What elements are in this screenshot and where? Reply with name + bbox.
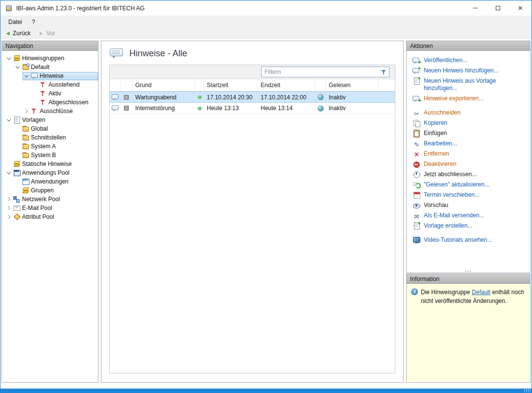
maximize-button[interactable] [486,0,509,16]
nav-item-default[interactable]: Default [2,63,98,71]
expander-expanded-icon[interactable] [6,117,12,123]
notes-icon [31,72,38,79]
action-kopieren[interactable]: Kopieren [412,118,524,128]
nav-item-netzwerk-pool[interactable]: Netzwerk Pool [2,195,98,204]
nav-item-aktiv[interactable]: Aktiv [2,89,98,98]
right-column: Aktionen Veröffentlichen... Neuen Hinwei… [406,41,531,383]
actions-overflow[interactable]: ... [407,267,530,272]
unpublished-flag-icon [124,95,129,100]
unpublished-flag-icon [124,106,129,111]
expander-expanded-icon[interactable] [15,64,21,70]
expander-collapsed-icon[interactable] [6,214,12,220]
action-als-email-versenden[interactable]: Als E-Mail versenden... [412,210,524,221]
nav-item-statische-hinweise[interactable]: Statische Hinweise [2,160,98,168]
forward-label: Vor [46,30,55,37]
nav-item-anwendungs-pool[interactable]: Anwendungs Pool [2,168,98,177]
action-termin-verschieben[interactable]: Termin verschieben... [412,190,524,200]
nav-item-system-b[interactable]: System B [2,151,98,160]
menu-help[interactable]: ? [27,17,40,27]
expander-placeholder [15,143,21,149]
copy-icon [412,119,421,127]
table-row-internetstoerung[interactable]: Internetstörung Heute 13:13 Heute 13:14 … [110,103,395,114]
video-tutorials-icon [412,236,421,244]
column-note-type[interactable] [110,79,121,91]
action-neuen-hinweis-hinzufuegen[interactable]: Neuen Hinweis hinzufügen... [412,66,524,76]
nav-item-hinweisgruppen[interactable]: Hinweisgruppen [2,54,98,63]
note-type-icon [112,94,119,101]
column-gelesen-icon[interactable] [315,79,326,91]
default-group-link[interactable]: Default [472,289,490,296]
expander-placeholder [15,135,21,140]
navigation-header: Navigation [2,41,98,51]
update-read-icon [412,181,421,188]
forward-button[interactable]: Vor [37,30,57,37]
menu-datei[interactable]: Datei [4,17,26,27]
information-header: Information [407,274,530,284]
column-grund[interactable]: Grund [132,79,195,91]
forward-arrow-icon [39,30,45,37]
action-neuen-hinweis-aus-vorlage[interactable]: Neuen Hinweis aus Vorlage hinzufügen... [412,76,524,93]
nav-item-system-a[interactable]: System A [2,142,98,151]
action-hinweise-exportieren[interactable]: Hinweise exportieren... [412,93,524,104]
nav-item-vorlagen[interactable]: Vorlagen [2,116,98,124]
expander-expanded-icon[interactable] [6,170,12,176]
notes-table: Grund Startzeit Endzeit Gelesen Wartungs… [109,65,395,373]
column-gelesen[interactable]: Gelesen [326,79,379,91]
nav-item-email-pool[interactable]: E-Mail Pool [2,204,98,212]
nav-item-global[interactable]: Global [2,124,98,133]
nav-item-ausschluesse[interactable]: Ausschlüsse [2,107,98,116]
nav-item-ausstehend[interactable]: Ausstehend [2,80,98,89]
filter-strip [110,65,395,79]
close-button[interactable] [509,0,532,16]
back-button[interactable]: Zurück [3,30,33,37]
action-bearbeiten[interactable]: Bearbeiten... [412,139,524,149]
action-veroeffentlichen[interactable]: Veröffentlichen... [412,55,524,66]
filter-input[interactable] [265,69,381,75]
information-body: Die Hinweisgruppe Default enthält noch n… [407,284,530,382]
expander-expanded-icon[interactable] [24,73,29,79]
remove-icon [412,150,421,158]
nav-item-anwendungen[interactable]: Anwendungen [2,177,98,186]
expander-collapsed-icon[interactable] [24,108,29,114]
nav-item-hinweise[interactable]: Hinweise [2,71,98,80]
expander-placeholder [15,179,21,185]
nav-item-gruppen[interactable]: Gruppen [2,186,98,195]
action-gelesen-aktualisieren[interactable]: "Gelesen" aktualisieren... [412,180,524,190]
cut-icon [412,109,421,116]
expander-collapsed-icon[interactable] [6,196,12,202]
back-arrow-icon [5,30,11,37]
app-window: IBI-aws Admin 1.23.0 - registriert für I… [0,0,532,393]
column-endzeit[interactable]: Endzeit [258,79,315,91]
action-einfuegen[interactable]: Einfügen [412,128,524,139]
resize-grip-icon[interactable] [524,389,531,392]
minimize-button[interactable] [464,0,486,16]
table-row-wartungsabend[interactable]: Wartungsabend 17.10.2014 20:30 17.10.201… [110,92,395,103]
nav-item-abgeschlossen[interactable]: Abgeschlossen [2,98,98,107]
expander-collapsed-icon[interactable] [6,205,12,211]
action-video-tutorials[interactable]: Video-Tutorials ansehen... [412,235,524,245]
gelesen-refresh-icon [317,105,324,112]
action-vorlage-erstellen[interactable]: Vorlage erstellen... [412,221,524,231]
action-ausschneiden[interactable]: Ausschneiden [412,108,524,118]
navigation-tree: Hinweisgruppen Default Hinweise Ausstehe… [2,51,98,382]
column-startzeit[interactable]: Startzeit [204,79,258,91]
expander-placeholder [32,91,38,96]
action-entfernen[interactable]: Entfernen [412,149,524,159]
add-note-from-template-icon [412,77,421,85]
action-jetzt-abschliessen[interactable]: Jetzt abschliessen... [412,169,524,180]
expander-placeholder [32,99,38,105]
notes-title-icon [109,47,124,59]
filter-funnel-icon[interactable] [381,69,387,75]
column-published-flag[interactable] [121,79,132,91]
network-pool-icon [13,196,21,203]
expander-expanded-icon[interactable] [6,55,12,61]
nav-item-schnittstellen[interactable]: Schnittstellen [2,133,98,142]
gelesen-refresh-icon [317,94,324,100]
action-deaktivieren[interactable]: Deaktivieren [412,159,524,169]
column-status[interactable] [195,79,204,91]
action-vorschau[interactable]: Vorschau [412,200,524,210]
exclusions-filter-icon [31,108,38,115]
applications-icon [22,178,29,185]
nav-item-attribut-pool[interactable]: Attribut Pool [2,212,98,221]
folder-icon [22,125,29,132]
